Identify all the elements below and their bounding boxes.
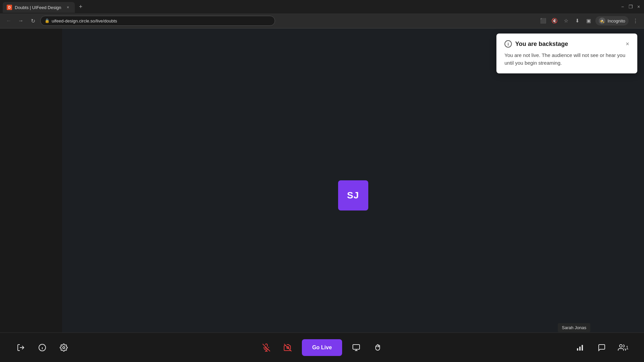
forward-button[interactable]: → (16, 16, 25, 25)
svg-point-16 (620, 345, 622, 347)
main-content: SJ You 🎙 i You are backstage × You are n… (0, 28, 644, 362)
leave-icon (17, 344, 25, 352)
sarah-jonas-tooltip: Sarah Jonas (558, 323, 590, 332)
svg-point-4 (63, 347, 65, 349)
notification-body: You are not live. The audience will not … (504, 52, 629, 67)
url-text: uifeed-design.circle.so/live/doubts (52, 18, 117, 23)
info-icon: i (504, 40, 512, 48)
count-number: 1 (626, 345, 629, 350)
signal-button[interactable] (573, 340, 588, 355)
address-bar[interactable]: 🔒 uifeed-design.circle.so/live/doubts (40, 16, 275, 26)
mic-button[interactable] (259, 340, 274, 355)
new-tab-button[interactable]: + (76, 2, 86, 11)
settings-icon (60, 344, 68, 352)
tab-close-button[interactable]: × (65, 5, 71, 10)
incognito-button[interactable]: 🕵 Incognito (595, 16, 629, 25)
camera-button[interactable] (280, 340, 295, 355)
control-bar: Go Live (0, 333, 644, 362)
svg-rect-15 (582, 345, 583, 351)
screen-share-button[interactable] (349, 340, 364, 355)
bookmark-icon[interactable]: ☆ (561, 16, 571, 25)
camera-off-icon (284, 344, 292, 352)
hand-icon (374, 344, 382, 352)
signal-icon (576, 344, 584, 352)
people-icon (618, 344, 626, 352)
svg-rect-14 (579, 347, 581, 351)
window-controls: − ❐ × (620, 4, 641, 9)
minimize-button[interactable]: − (620, 4, 625, 9)
cast-icon[interactable]: ⬛ (538, 16, 548, 25)
screen-share-icon (352, 344, 360, 352)
video-area: SJ You 🎙 i You are backstage × You are n… (62, 28, 644, 362)
participant-initials: SJ (347, 190, 359, 201)
layout-icon[interactable]: ▣ (584, 16, 593, 25)
menu-button[interactable]: ⋮ (631, 16, 640, 25)
toolbar-actions: ⬛ 🔇 ☆ ⬇ ▣ 🕵 Incognito ⋮ (538, 16, 640, 25)
chat-button[interactable] (594, 340, 609, 355)
controls-center: Go Live (259, 339, 385, 356)
controls-left (13, 340, 71, 355)
notification-title: You are backstage (515, 41, 568, 48)
svg-rect-13 (577, 348, 578, 351)
media-icon[interactable]: 🔇 (550, 16, 559, 25)
participants-count: 1 (626, 345, 629, 350)
back-button[interactable]: ← (4, 16, 13, 25)
lock-icon: 🔒 (45, 18, 50, 23)
incognito-avatar: 🕵 (599, 17, 605, 24)
controls-right: 1 (573, 340, 631, 355)
backstage-notification: i You are backstage × You are not live. … (496, 34, 637, 73)
tab-title: Doubts | UIFeed Design (15, 5, 61, 10)
chat-icon (598, 344, 606, 352)
notification-header: i You are backstage × (504, 40, 629, 48)
active-tab[interactable]: D Doubts | UIFeed Design × (3, 2, 75, 13)
maximize-button[interactable]: ❐ (628, 4, 633, 9)
participant-avatar: SJ (338, 180, 368, 210)
svg-rect-10 (353, 345, 360, 349)
download-icon[interactable]: ⬇ (573, 16, 582, 25)
browser-toolbar: ← → ↻ 🔒 uifeed-design.circle.so/live/dou… (0, 13, 644, 28)
tab-bar: D Doubts | UIFeed Design × + − ❐ × (0, 0, 644, 13)
go-live-label: Go Live (312, 345, 332, 351)
hand-raise-button[interactable] (370, 340, 385, 355)
go-live-button[interactable]: Go Live (302, 339, 342, 356)
left-sidebar (0, 28, 62, 362)
tooltip-name: Sarah Jonas (562, 325, 586, 330)
notification-close-button[interactable]: × (626, 41, 629, 47)
participants-button[interactable]: 1 (616, 340, 631, 355)
close-button[interactable]: × (636, 4, 641, 9)
settings-button[interactable] (56, 340, 71, 355)
reload-button[interactable]: ↻ (28, 16, 38, 25)
tab-favicon: D (7, 5, 12, 10)
info-circle-icon (38, 344, 46, 352)
mic-off-icon (262, 344, 270, 352)
incognito-label: Incognito (607, 18, 625, 23)
leave-button[interactable] (13, 340, 28, 355)
info-button[interactable] (35, 340, 50, 355)
